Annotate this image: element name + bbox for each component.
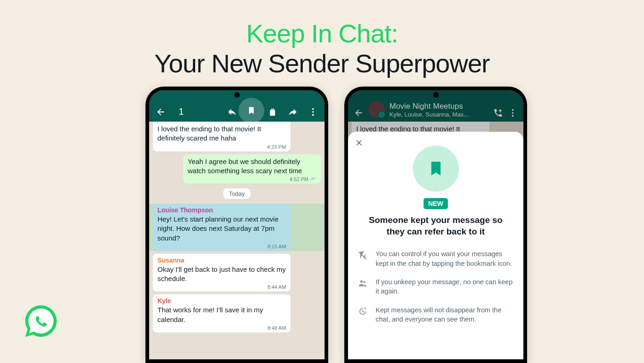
message-text: That works for me! I'll save it in my ca…: [157, 305, 286, 324]
bookmark-large-icon: [413, 146, 459, 192]
message-text: I loved the ending to that movie! It def…: [157, 124, 286, 143]
sheet-row-text: You can control if you want your message…: [376, 249, 514, 268]
message-incoming[interactable]: Kyle That works for me! I'll save it in …: [153, 294, 290, 333]
svg-point-0: [312, 108, 314, 110]
back-icon[interactable]: [156, 107, 166, 117]
message-incoming-selected[interactable]: Louise Thompson Hey! Let's start plannin…: [153, 204, 290, 251]
message-time: 8:15 AM: [267, 244, 286, 249]
message-text: Okay I'll get back to just have to check…: [157, 265, 286, 284]
selection-count: 1: [179, 106, 217, 117]
message-sender: Kyle: [157, 297, 286, 304]
more-icon[interactable]: [308, 107, 318, 117]
message-time: 8:48 AM: [267, 325, 286, 331]
sheet-row: Kept messages will not disappear from th…: [357, 305, 514, 324]
phone-mockup-right: Movie Night Meetups Kyle, Louise, Susann…: [344, 87, 527, 363]
people-icon: [357, 277, 368, 288]
svg-point-7: [363, 281, 366, 283]
headline: Keep In Chat: Your New Sender Superpower: [0, 18, 644, 78]
bookmark-button-highlight[interactable]: [238, 98, 264, 123]
date-chip: Today: [223, 188, 250, 199]
message-incoming[interactable]: Susanna Okay I'll get back to just have …: [153, 254, 290, 292]
headline-line-1: Keep In Chat:: [0, 18, 644, 48]
chat-body: I loved the ending to that movie! It def…: [149, 122, 325, 359]
camera-dot-icon: [234, 92, 240, 98]
message-time: 4:23 PM: [267, 144, 286, 150]
delete-icon[interactable]: [267, 107, 278, 117]
reply-icon[interactable]: [227, 107, 237, 117]
message-sender: Susanna: [157, 257, 286, 264]
message-text: Yeah I agree but we should definitely wa…: [188, 157, 316, 176]
svg-point-1: [312, 111, 314, 113]
message-sender: Louise Thompson: [157, 206, 286, 214]
new-badge: NEW: [424, 198, 448, 209]
close-icon[interactable]: [354, 138, 364, 147]
forward-icon[interactable]: [288, 107, 298, 117]
bookmark-off-icon: [357, 249, 368, 260]
phone-mockup-left: 1 I loved the ending to that movie! It d…: [145, 87, 328, 363]
sheet-row-text: Kept messages will not disappear from th…: [376, 305, 514, 324]
message-incoming[interactable]: I loved the ending to that movie! It def…: [153, 122, 290, 152]
sheet-row: You can control if you want your message…: [357, 249, 514, 268]
message-outgoing[interactable]: Yeah I agree but we should definitely wa…: [183, 154, 321, 184]
keep-message-sheet: NEW Someone kept your message so they ca…: [348, 132, 523, 359]
whatsapp-logo-icon: [22, 302, 60, 340]
sheet-row-text: If you unkeep your message, no one can k…: [376, 277, 514, 296]
message-text: Hey! Let's start planning our next movie…: [157, 215, 286, 243]
sheet-title: Someone kept your message so they can re…: [357, 215, 514, 237]
selected-message-row: Louise Thompson Hey! Let's start plannin…: [149, 204, 325, 251]
message-time: 8:44 AM: [267, 284, 286, 290]
message-time: 4:52 PM: [290, 176, 308, 182]
read-ticks-icon: [310, 176, 316, 182]
svg-point-2: [312, 114, 314, 116]
svg-point-6: [360, 281, 363, 283]
sheet-row: If you unkeep your message, no one can k…: [357, 277, 514, 296]
timer-icon: [357, 305, 368, 316]
headline-line-2: Your New Sender Superpower: [0, 48, 644, 78]
